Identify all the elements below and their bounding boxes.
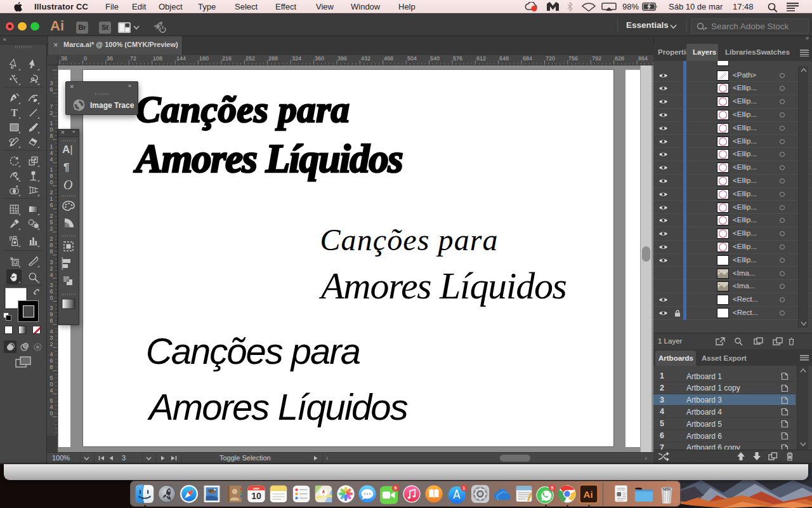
svg-text:1: 1 [462, 485, 465, 491]
svg-text:MAR: MAR [253, 487, 259, 490]
svg-text:Ai: Ai [584, 489, 593, 500]
svg-text:5: 5 [551, 485, 553, 491]
svg-text:10: 10 [251, 491, 261, 501]
svg-text:9: 9 [394, 485, 396, 491]
svg-text:T: T [11, 107, 18, 118]
